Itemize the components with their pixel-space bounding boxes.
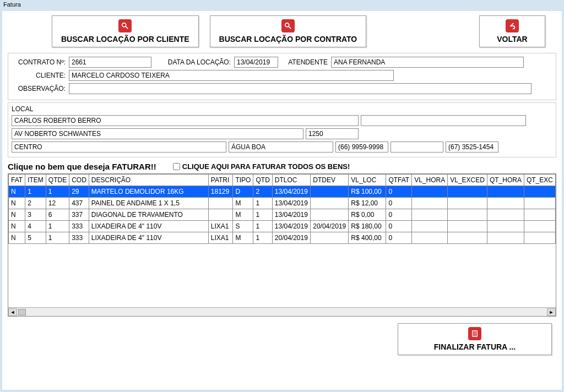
cell-qtd: 1 [253,232,272,244]
cell-vlexced [448,221,487,232]
button-label: BUSCAR LOCAÇÃO POR CLIENTE [61,35,189,43]
obs-input[interactable] [69,83,532,94]
atendente-input[interactable] [331,57,524,68]
col-qtd[interactable]: QTD [253,175,272,186]
col-item[interactable]: ITEM [25,175,46,186]
col-qtde[interactable]: QTDE [46,175,69,186]
search-icon [118,19,132,32]
cell-fat: N [9,221,25,232]
col-patri[interactable]: PATRI [208,175,233,186]
cell-patri: 18129 [208,186,233,198]
scroll-left-icon[interactable]: ◄ [8,308,17,316]
cell-vlhora [412,209,448,221]
cell-patri: LIXA1 [208,232,233,244]
svg-point-2 [285,23,289,27]
table-row[interactable]: N41333LIXADEIRA DE 4" 110VLIXA1S113/04/2… [9,221,556,232]
local-bairro-input[interactable] [12,141,226,153]
cell-patri [208,198,233,209]
local-cidade-input[interactable] [229,141,333,153]
cell-vlexced [448,186,487,198]
svg-point-0 [122,23,126,27]
cell-tipo: M [233,198,253,209]
cell-tipo: D [233,186,253,198]
local-num-input[interactable] [306,128,359,139]
local-nome-input[interactable] [12,115,359,126]
cell-qthora [487,198,524,209]
cell-qthora [487,186,524,198]
cell-cod: 337 [69,209,89,221]
local-fone2-input[interactable] [391,141,443,153]
cell-cod: 437 [69,198,89,209]
cell-qtfat: 0 [386,198,412,209]
table-row[interactable]: N36337DIAGONAL DE TRAVAMENTOM113/04/2019… [9,209,556,221]
svg-line-3 [289,26,291,29]
cell-qtd: 1 [253,221,272,232]
contrato-label: CONTRATO Nº: [13,58,66,66]
col-desc[interactable]: DESCRIÇÃO [89,175,208,186]
cell-vlexced [448,198,487,209]
cell-qtde: 1 [46,221,69,232]
cell-vlloc: R$ 0,00 [349,209,386,221]
scroll-right-icon[interactable]: ► [547,308,556,316]
local-rua-input[interactable] [12,128,303,139]
cell-qtfat: 0 [386,221,412,232]
cell-fat: N [9,209,25,221]
atendente-label: ATENDENTE [284,58,328,66]
faturar-todos-checkbox[interactable] [173,163,180,170]
cell-item: 5 [25,232,46,244]
cell-tipo: M [233,232,253,244]
table-row[interactable]: N51333LIXADEIRA DE 4" 110VLIXA1M120/04/2… [9,232,556,244]
obs-label: OBSERVAÇÃO: [13,85,66,92]
contract-form: CONTRATO Nº: DATA DA LOCAÇÃO: ATENDENTE … [8,53,556,100]
col-vlexced[interactable]: VL_EXCED [448,175,487,186]
cliente-input[interactable] [69,70,394,81]
cell-tipo: M [233,209,253,221]
cell-fat: N [9,198,25,209]
buscar-por-cliente-button[interactable]: BUSCAR LOCAÇÃO POR CLIENTE [52,15,199,47]
button-label: BUSCAR LOCAÇÃO POR CONTRATO [219,35,357,43]
cell-patri [208,209,233,221]
col-qtexc[interactable]: QT_EXC [524,175,555,186]
cell-qtfat: 0 [386,209,412,221]
cell-item: 2 [25,198,46,209]
cell-vlhora [412,198,448,209]
col-dtdev[interactable]: DTDEV [311,175,349,186]
cliente-label: CLIENTE: [13,72,66,79]
data-input[interactable] [234,57,278,68]
cell-desc: LIXADEIRA DE 4" 110V [89,232,208,244]
col-fat[interactable]: FAT [9,175,25,186]
col-dtloc[interactable]: DTLOC [272,175,310,186]
cell-item: 3 [25,209,46,221]
cell-dtloc: 20/04/2019 [272,232,310,244]
cell-dtloc: 13/04/2019 [272,186,310,198]
buscar-por-contrato-button[interactable]: BUSCAR LOCAÇÃO POR CONTRATO [210,15,367,47]
col-tipo[interactable]: TIPO [233,175,253,186]
local-extra-input[interactable] [361,115,526,126]
cell-qtde: 1 [46,232,69,244]
table-row[interactable]: N212437PAINEL DE ANDAIME 1 X 1,5M113/04/… [9,198,556,209]
scroll-thumb[interactable] [18,309,26,315]
col-qthora[interactable]: QT_HORA [487,175,524,186]
local-fone3-input[interactable] [446,141,498,153]
horizontal-scrollbar[interactable]: ◄ ► [8,307,556,316]
data-label: DATA DA LOCAÇÃO: [159,58,231,66]
cell-cod: 333 [69,232,89,244]
col-vlhora[interactable]: VL_HORA [412,175,448,186]
finalizar-fatura-button[interactable]: FINALIZAR FATURA ... [398,323,552,355]
col-vlloc[interactable]: VL_LOC [349,175,386,186]
voltar-button[interactable]: VOLTAR [479,15,545,47]
cell-qtexc [524,198,555,209]
table-row[interactable]: N1129MARTELO DEMOLIDOR 16KG18129D213/04/… [9,186,556,198]
col-cod[interactable]: COD [69,175,89,186]
local-fone1-input[interactable] [335,141,388,153]
cell-qtd: 2 [253,186,272,198]
items-table[interactable]: FATITEMQTDECODDESCRIÇÃOPATRITIPOQTDDTLOC… [8,174,556,244]
cell-qtfat: 0 [386,186,412,198]
col-qtfat[interactable]: QTFAT [386,175,412,186]
cell-vlhora [412,186,448,198]
toolbar: BUSCAR LOCAÇÃO POR CLIENTE BUSCAR LOCAÇÃ… [8,15,556,47]
cell-dtdev [311,198,349,209]
cell-vlexced [448,209,487,221]
cell-qtexc [524,186,555,198]
contrato-input[interactable] [69,57,151,68]
